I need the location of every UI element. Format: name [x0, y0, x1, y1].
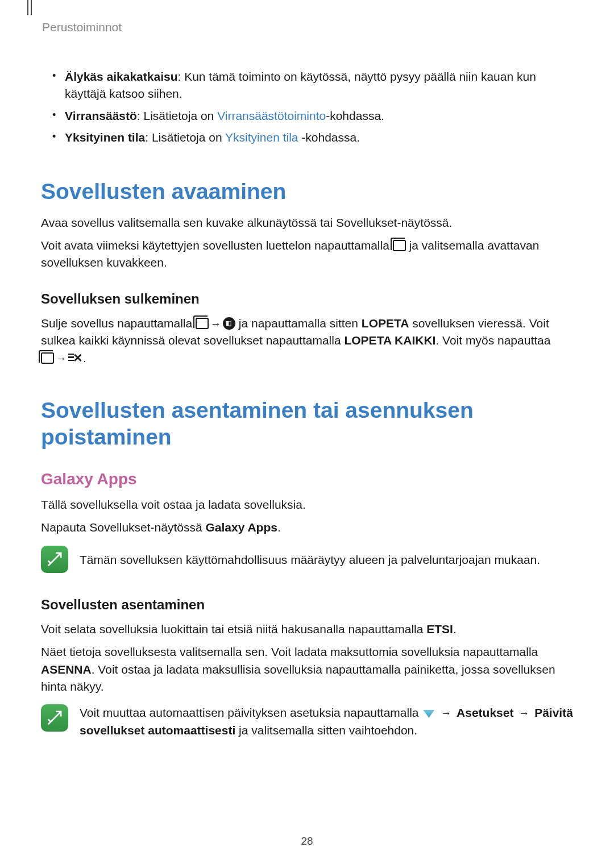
body-text: Näet tietoja sovelluksesta valitsemalla … [41, 643, 573, 695]
feature-bullet-list: Älykäs aikakatkaisu: Kun tämä toiminto o… [41, 68, 573, 147]
dropdown-icon [423, 710, 434, 718]
page-content: Perustoiminnot Älykäs aikakatkaisu: Kun … [0, 0, 614, 792]
link-virransaasto[interactable]: Virransäästötoiminto [217, 109, 326, 122]
page-tab-marker [27, 0, 32, 15]
breadcrumb: Perustoiminnot [42, 20, 573, 34]
body-text: Tällä sovelluksella voit ostaa ja ladata… [41, 496, 573, 513]
arrow-icon: → [518, 707, 529, 719]
body-text: Sulje sovellus napauttamalla → ja napaut… [41, 315, 573, 367]
recent-apps-icon [393, 240, 406, 251]
note-text: Tämän sovelluksen käyttömahdollisuus mää… [80, 546, 573, 568]
note-callout: Tämän sovelluksen käyttömahdollisuus mää… [41, 546, 573, 573]
body-text: Voit selata sovelluksia luokittain tai e… [41, 621, 573, 638]
bullet-text: -kohdassa. [326, 109, 384, 122]
body-text: Avaa sovellus valitsemalla sen kuvake al… [41, 214, 573, 231]
bullet-term: Virransäästö [65, 109, 137, 122]
bullet-text: : Lisätietoja on [145, 131, 225, 144]
heading-installing-apps: Sovellusten asentaminen [41, 597, 573, 613]
recent-apps-icon [196, 318, 209, 329]
note-icon [41, 546, 68, 573]
note-icon [41, 704, 68, 732]
page-number: 28 [0, 835, 614, 848]
note-callout: Voit muuttaa automaattisen päivityksen a… [41, 704, 573, 739]
bullet-term: Yksityinen tila [65, 131, 145, 144]
subsection-closing-app: Sovelluksen sulkeminen Sulje sovellus na… [41, 291, 573, 367]
arrow-icon: → [441, 707, 451, 719]
section-install-uninstall: Sovellusten asentaminen tai asennuksen p… [41, 397, 573, 739]
list-item: Älykäs aikakatkaisu: Kun tämä toiminto o… [65, 68, 573, 103]
link-yksityinen-tila[interactable]: Yksityinen tila [225, 131, 298, 144]
heading-closing-app: Sovelluksen sulkeminen [41, 291, 573, 307]
close-all-icon: ✕ [68, 352, 83, 364]
bullet-text: : Lisätietoja on [137, 109, 217, 122]
arrow-icon: → [56, 352, 67, 364]
heading-galaxy-apps: Galaxy Apps [41, 470, 573, 488]
body-text: Voit avata viimeksi käytettyjen sovellus… [41, 237, 573, 272]
list-item: Virransäästö: Lisätietoja on Virransääst… [65, 107, 573, 124]
recent-apps-icon [41, 352, 54, 364]
section-opening-apps: Sovellusten avaaminen Avaa sovellus vali… [41, 178, 573, 367]
bullet-text: -kohdassa. [298, 131, 360, 144]
bullet-term: Älykäs aikakatkaisu [65, 70, 177, 83]
list-item: Yksityinen tila: Lisätietoja on Yksityin… [65, 129, 573, 146]
arrow-icon: → [210, 318, 221, 330]
task-manager-icon [223, 317, 235, 330]
heading-install-uninstall: Sovellusten asentaminen tai asennuksen p… [41, 397, 573, 451]
note-text: Voit muuttaa automaattisen päivityksen a… [80, 704, 573, 739]
body-text: Napauta Sovellukset-näytössä Galaxy Apps… [41, 519, 573, 536]
heading-opening-apps: Sovellusten avaaminen [41, 178, 573, 205]
